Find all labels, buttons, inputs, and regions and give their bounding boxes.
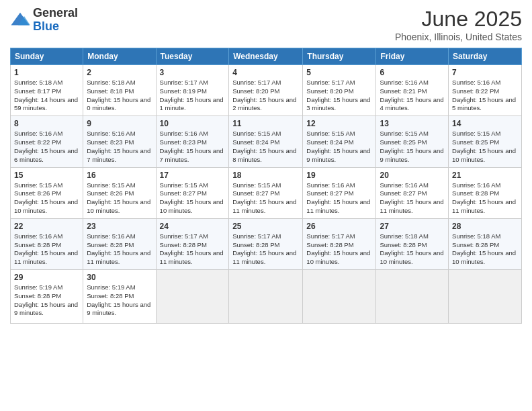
calendar-header-tuesday: Tuesday: [156, 48, 229, 65]
day-number: 4: [232, 68, 299, 77]
calendar-cell: 20Sunrise: 5:16 AMSunset: 8:27 PMDayligh…: [376, 167, 449, 218]
day-info: Sunrise: 5:16 AMSunset: 8:22 PMDaylight:…: [452, 79, 518, 113]
calendar-cell: [156, 270, 229, 324]
logo: General Blue: [10, 7, 78, 34]
day-info: Sunrise: 5:16 AMSunset: 8:28 PMDaylight:…: [452, 181, 518, 216]
day-info: Sunrise: 5:16 AMSunset: 8:22 PMDaylight:…: [14, 130, 79, 164]
day-number: 18: [232, 171, 299, 180]
calendar-cell: 25Sunrise: 5:17 AMSunset: 8:28 PMDayligh…: [229, 218, 303, 269]
day-number: 28: [452, 222, 518, 231]
calendar-cell: 13Sunrise: 5:15 AMSunset: 8:25 PMDayligh…: [376, 116, 449, 167]
calendar-cell: 10Sunrise: 5:16 AMSunset: 8:23 PMDayligh…: [156, 116, 229, 167]
calendar-cell: 28Sunrise: 5:18 AMSunset: 8:28 PMDayligh…: [449, 218, 522, 269]
day-info: Sunrise: 5:17 AMSunset: 8:28 PMDaylight:…: [232, 232, 299, 267]
calendar-header-friday: Friday: [376, 48, 449, 65]
day-number: 12: [306, 119, 372, 128]
day-number: 27: [380, 222, 445, 231]
subtitle: Phoenix, Illinois, United States: [395, 32, 522, 42]
day-info: Sunrise: 5:16 AMSunset: 8:27 PMDaylight:…: [380, 181, 445, 216]
day-info: Sunrise: 5:15 AMSunset: 8:26 PMDaylight:…: [87, 181, 152, 216]
day-number: 20: [380, 171, 445, 180]
calendar-cell: 24Sunrise: 5:17 AMSunset: 8:28 PMDayligh…: [156, 218, 229, 269]
calendar-cell: 22Sunrise: 5:16 AMSunset: 8:28 PMDayligh…: [11, 218, 83, 269]
calendar-cell: 9Sunrise: 5:16 AMSunset: 8:23 PMDaylight…: [83, 116, 156, 167]
day-info: Sunrise: 5:19 AMSunset: 8:28 PMDaylight:…: [87, 283, 152, 318]
day-number: 29: [14, 273, 79, 282]
header: General Blue June 2025 Phoenix, Illinois…: [10, 7, 522, 42]
day-info: Sunrise: 5:15 AMSunset: 8:27 PMDaylight:…: [232, 181, 299, 216]
day-info: Sunrise: 5:16 AMSunset: 8:28 PMDaylight:…: [14, 232, 79, 267]
calendar-cell: 4Sunrise: 5:17 AMSunset: 8:20 PMDaylight…: [229, 65, 303, 116]
day-info: Sunrise: 5:17 AMSunset: 8:20 PMDaylight:…: [306, 79, 372, 113]
day-number: 9: [87, 119, 152, 128]
calendar-week-1: 1Sunrise: 5:18 AMSunset: 8:17 PMDaylight…: [11, 65, 522, 116]
day-info: Sunrise: 5:15 AMSunset: 8:25 PMDaylight:…: [380, 130, 445, 164]
day-number: 26: [306, 222, 372, 231]
calendar-cell: 17Sunrise: 5:15 AMSunset: 8:27 PMDayligh…: [156, 167, 229, 218]
calendar-cell: 6Sunrise: 5:16 AMSunset: 8:21 PMDaylight…: [376, 65, 449, 116]
calendar-cell: 14Sunrise: 5:15 AMSunset: 8:25 PMDayligh…: [449, 116, 522, 167]
title-block: June 2025 Phoenix, Illinois, United Stat…: [395, 7, 522, 42]
calendar-week-5: 29Sunrise: 5:19 AMSunset: 8:28 PMDayligh…: [11, 270, 522, 324]
page: General Blue June 2025 Phoenix, Illinois…: [0, 0, 532, 411]
calendar-cell: [303, 270, 376, 324]
day-number: 1: [14, 68, 79, 77]
calendar-cell: 16Sunrise: 5:15 AMSunset: 8:26 PMDayligh…: [83, 167, 156, 218]
day-info: Sunrise: 5:16 AMSunset: 8:27 PMDaylight:…: [306, 181, 372, 216]
calendar-cell: 18Sunrise: 5:15 AMSunset: 8:27 PMDayligh…: [229, 167, 303, 218]
day-number: 8: [14, 119, 79, 128]
day-number: 7: [452, 68, 518, 77]
day-number: 14: [452, 119, 518, 128]
day-number: 22: [14, 222, 79, 231]
day-info: Sunrise: 5:15 AMSunset: 8:24 PMDaylight:…: [306, 130, 372, 164]
calendar-header-row: SundayMondayTuesdayWednesdayThursdayFrid…: [11, 48, 522, 65]
calendar-cell: [229, 270, 303, 324]
day-info: Sunrise: 5:17 AMSunset: 8:20 PMDaylight:…: [232, 79, 299, 113]
calendar-cell: 3Sunrise: 5:17 AMSunset: 8:19 PMDaylight…: [156, 65, 229, 116]
day-number: 16: [87, 171, 152, 180]
day-number: 24: [160, 222, 226, 231]
calendar-cell: 1Sunrise: 5:18 AMSunset: 8:17 PMDaylight…: [11, 65, 83, 116]
calendar-header-wednesday: Wednesday: [229, 48, 303, 65]
calendar-header-saturday: Saturday: [449, 48, 522, 65]
day-number: 15: [14, 171, 79, 180]
logo-text: General Blue: [33, 7, 78, 34]
logo-icon: [10, 10, 30, 30]
calendar-header-sunday: Sunday: [11, 48, 83, 65]
day-info: Sunrise: 5:15 AMSunset: 8:24 PMDaylight:…: [232, 130, 299, 164]
day-info: Sunrise: 5:16 AMSunset: 8:23 PMDaylight:…: [87, 130, 152, 164]
calendar-cell: [449, 270, 522, 324]
calendar-week-2: 8Sunrise: 5:16 AMSunset: 8:22 PMDaylight…: [11, 116, 522, 167]
calendar-cell: 15Sunrise: 5:15 AMSunset: 8:26 PMDayligh…: [11, 167, 83, 218]
calendar-header-monday: Monday: [83, 48, 156, 65]
day-info: Sunrise: 5:16 AMSunset: 8:21 PMDaylight:…: [380, 79, 445, 113]
day-number: 19: [306, 171, 372, 180]
day-number: 30: [87, 273, 152, 282]
calendar-cell: 2Sunrise: 5:18 AMSunset: 8:18 PMDaylight…: [83, 65, 156, 116]
calendar-cell: 23Sunrise: 5:16 AMSunset: 8:28 PMDayligh…: [83, 218, 156, 269]
day-number: 3: [160, 68, 226, 77]
calendar-cell: 8Sunrise: 5:16 AMSunset: 8:22 PMDaylight…: [11, 116, 83, 167]
day-number: 2: [87, 68, 152, 77]
calendar-cell: [376, 270, 449, 324]
calendar-cell: 27Sunrise: 5:18 AMSunset: 8:28 PMDayligh…: [376, 218, 449, 269]
logo-blue-text: Blue: [33, 20, 78, 34]
day-info: Sunrise: 5:16 AMSunset: 8:23 PMDaylight:…: [160, 130, 226, 164]
calendar-cell: 7Sunrise: 5:16 AMSunset: 8:22 PMDaylight…: [449, 65, 522, 116]
day-info: Sunrise: 5:17 AMSunset: 8:28 PMDaylight:…: [160, 232, 226, 267]
day-number: 17: [160, 171, 226, 180]
main-title: June 2025: [395, 7, 522, 32]
day-info: Sunrise: 5:15 AMSunset: 8:26 PMDaylight:…: [14, 181, 79, 216]
day-info: Sunrise: 5:17 AMSunset: 8:19 PMDaylight:…: [160, 79, 226, 113]
day-info: Sunrise: 5:19 AMSunset: 8:28 PMDaylight:…: [14, 283, 79, 318]
day-number: 10: [160, 119, 226, 128]
day-number: 25: [232, 222, 299, 231]
day-info: Sunrise: 5:18 AMSunset: 8:17 PMDaylight:…: [14, 79, 79, 113]
calendar-cell: 26Sunrise: 5:17 AMSunset: 8:28 PMDayligh…: [303, 218, 376, 269]
day-info: Sunrise: 5:17 AMSunset: 8:28 PMDaylight:…: [306, 232, 372, 267]
day-info: Sunrise: 5:16 AMSunset: 8:28 PMDaylight:…: [87, 232, 152, 267]
calendar-cell: 30Sunrise: 5:19 AMSunset: 8:28 PMDayligh…: [83, 270, 156, 324]
calendar-week-4: 22Sunrise: 5:16 AMSunset: 8:28 PMDayligh…: [11, 218, 522, 269]
calendar-cell: 12Sunrise: 5:15 AMSunset: 8:24 PMDayligh…: [303, 116, 376, 167]
calendar-cell: 19Sunrise: 5:16 AMSunset: 8:27 PMDayligh…: [303, 167, 376, 218]
